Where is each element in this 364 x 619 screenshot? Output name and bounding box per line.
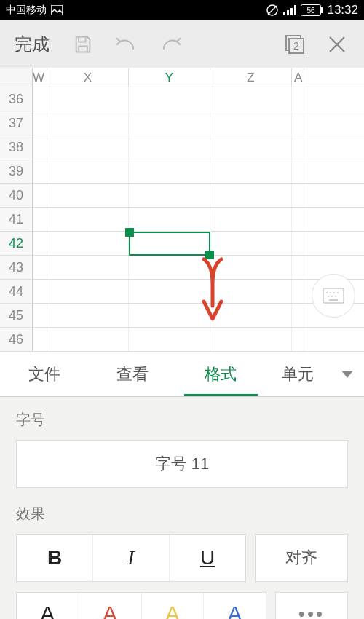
cell[interactable] bbox=[33, 328, 47, 351]
sheets-button[interactable]: 2 bbox=[284, 33, 306, 55]
row-header[interactable]: 36 bbox=[0, 87, 33, 111]
gallery-icon bbox=[51, 5, 63, 15]
close-button[interactable] bbox=[328, 35, 347, 54]
spreadsheet-grid[interactable]: W X Y Z A 3637383940414243444546 bbox=[0, 68, 364, 352]
keyboard-button[interactable] bbox=[312, 274, 355, 318]
tab-cell[interactable]: 单元 bbox=[265, 352, 331, 396]
tab-view[interactable]: 查看 bbox=[88, 352, 176, 396]
cell[interactable] bbox=[33, 280, 47, 303]
cell[interactable] bbox=[129, 280, 210, 303]
row-header[interactable]: 46 bbox=[0, 328, 33, 351]
cell[interactable] bbox=[210, 184, 292, 207]
cell[interactable] bbox=[47, 184, 129, 207]
col-header-a[interactable]: A bbox=[292, 68, 304, 87]
svg-rect-6 bbox=[294, 5, 296, 15]
cell[interactable] bbox=[129, 111, 210, 135]
status-bar: 中国移动 56 13:32 bbox=[0, 0, 364, 20]
cell[interactable] bbox=[47, 232, 129, 255]
tab-file[interactable]: 文件 bbox=[0, 352, 88, 396]
cell[interactable] bbox=[210, 304, 292, 327]
cell[interactable] bbox=[210, 87, 292, 111]
italic-button[interactable]: I bbox=[92, 535, 169, 581]
cell[interactable] bbox=[210, 256, 292, 279]
cell[interactable] bbox=[33, 256, 47, 279]
align-button[interactable]: 对齐 bbox=[255, 534, 348, 582]
cell[interactable] bbox=[292, 256, 304, 279]
row-header[interactable]: 40 bbox=[0, 184, 33, 207]
more-colors-button[interactable]: ••• bbox=[275, 592, 348, 619]
underline-button[interactable]: U bbox=[169, 535, 245, 581]
cell[interactable] bbox=[47, 304, 129, 327]
cell[interactable] bbox=[210, 111, 292, 135]
cell[interactable] bbox=[210, 232, 292, 255]
cell[interactable] bbox=[33, 135, 47, 159]
font-color-0[interactable]: A bbox=[17, 593, 79, 619]
cell[interactable] bbox=[210, 135, 292, 159]
redo-button[interactable] bbox=[149, 34, 192, 55]
tab-format[interactable]: 格式 bbox=[177, 352, 265, 396]
cell[interactable] bbox=[292, 184, 304, 207]
cell[interactable] bbox=[47, 111, 129, 135]
font-color-3[interactable]: A bbox=[203, 593, 266, 619]
cell[interactable] bbox=[33, 232, 47, 255]
cell[interactable] bbox=[210, 208, 292, 231]
col-header-z[interactable]: Z bbox=[210, 68, 292, 87]
grid-row: 42 bbox=[0, 232, 364, 256]
cell[interactable] bbox=[47, 256, 129, 279]
tab-overflow-button[interactable] bbox=[331, 370, 364, 379]
font-size-button[interactable]: 字号 11 bbox=[16, 440, 348, 488]
cell[interactable] bbox=[33, 111, 47, 135]
cell[interactable] bbox=[292, 159, 304, 183]
row-header[interactable]: 37 bbox=[0, 111, 33, 135]
cell[interactable] bbox=[47, 328, 129, 351]
cell[interactable] bbox=[292, 111, 304, 135]
cell[interactable] bbox=[47, 87, 129, 111]
cell[interactable] bbox=[33, 208, 47, 231]
cell[interactable] bbox=[33, 304, 47, 327]
save-button[interactable] bbox=[61, 34, 105, 55]
row-header[interactable]: 42 bbox=[0, 232, 33, 255]
col-header-x[interactable]: X bbox=[47, 68, 129, 87]
cell[interactable] bbox=[210, 328, 292, 351]
cell[interactable] bbox=[33, 159, 47, 183]
row-header[interactable]: 41 bbox=[0, 208, 33, 231]
cell[interactable] bbox=[129, 328, 210, 351]
bold-button[interactable]: B bbox=[17, 535, 92, 581]
row-header[interactable]: 44 bbox=[0, 280, 33, 303]
cell[interactable] bbox=[129, 135, 210, 159]
cell[interactable] bbox=[292, 87, 304, 111]
undo-button[interactable] bbox=[105, 34, 149, 55]
cell[interactable] bbox=[129, 159, 210, 183]
cell[interactable] bbox=[292, 232, 304, 255]
cell[interactable] bbox=[210, 280, 292, 303]
cell[interactable] bbox=[33, 87, 47, 111]
cell[interactable] bbox=[47, 208, 129, 231]
cell[interactable] bbox=[47, 159, 129, 183]
row-header[interactable]: 45 bbox=[0, 304, 33, 327]
cell[interactable] bbox=[33, 184, 47, 207]
cell[interactable] bbox=[129, 184, 210, 207]
mute-icon bbox=[266, 4, 279, 17]
cell[interactable] bbox=[292, 208, 304, 231]
cell[interactable] bbox=[292, 280, 304, 303]
row-header[interactable]: 39 bbox=[0, 159, 33, 183]
corner-cell[interactable] bbox=[0, 68, 33, 87]
row-header[interactable]: 38 bbox=[0, 135, 33, 159]
font-color-1[interactable]: A bbox=[79, 593, 141, 619]
cell[interactable] bbox=[47, 135, 129, 159]
row-header[interactable]: 43 bbox=[0, 256, 33, 279]
cell[interactable] bbox=[292, 135, 304, 159]
cell[interactable] bbox=[129, 232, 210, 255]
cell[interactable] bbox=[129, 87, 210, 111]
font-color-2[interactable]: A bbox=[141, 593, 204, 619]
cell[interactable] bbox=[129, 208, 210, 231]
cell[interactable] bbox=[292, 304, 304, 327]
cell[interactable] bbox=[292, 328, 304, 351]
cell[interactable] bbox=[129, 304, 210, 327]
col-header-w[interactable]: W bbox=[33, 68, 47, 87]
cell[interactable] bbox=[129, 256, 210, 279]
col-header-y[interactable]: Y bbox=[129, 68, 210, 87]
done-button[interactable]: 完成 bbox=[3, 33, 61, 56]
cell[interactable] bbox=[47, 280, 129, 303]
cell[interactable] bbox=[210, 159, 292, 183]
